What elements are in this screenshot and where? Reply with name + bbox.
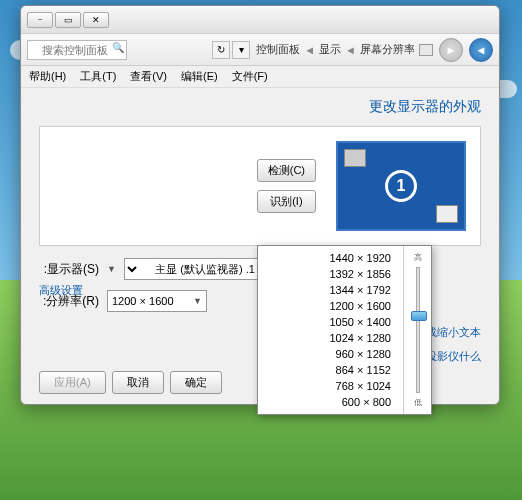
resolution-slider[interactable]: 高 低 xyxy=(403,246,431,414)
resolution-option[interactable]: 1152 × 864 xyxy=(258,362,403,378)
menu-view[interactable]: 查看(V) xyxy=(130,69,167,84)
chevron-icon: ◄ xyxy=(304,44,315,56)
detect-button[interactable]: 检测(C) xyxy=(257,159,316,182)
toolbar: ◄ ► 屏幕分辨率 ◄ 显示 ◄ 控制面板 ▾ ↻ xyxy=(21,34,499,66)
resolution-value: 1600 × 1200 xyxy=(112,295,174,307)
window-thumb-icon xyxy=(344,149,366,167)
slider-bottom-label: 低 xyxy=(414,397,422,408)
resolution-option[interactable]: 1600 × 1200 xyxy=(258,298,403,314)
chevron-down-icon: ▼ xyxy=(107,264,116,274)
refresh-icon[interactable]: ↻ xyxy=(212,41,230,59)
display-select[interactable]: 1. 主显 (默认监视器) xyxy=(124,258,264,280)
breadcrumb-item[interactable]: 显示 xyxy=(319,42,341,57)
resolution-option[interactable]: 1856 × 1392 xyxy=(258,266,403,282)
titlebar[interactable]: ﹣ ▭ ✕ xyxy=(21,6,499,34)
preview-area: 1 检测(C) 识别(I) xyxy=(39,126,481,246)
menu-tools[interactable]: 工具(T) xyxy=(80,69,116,84)
cancel-button[interactable]: 取消 xyxy=(112,371,164,394)
dialog-buttons: 应用(A) 取消 确定 xyxy=(39,371,222,394)
resolution-option[interactable]: 1920 × 1440 xyxy=(258,250,403,266)
menu-help[interactable]: 帮助(H) xyxy=(29,69,66,84)
slider-track[interactable] xyxy=(416,267,420,393)
maximize-button[interactable]: ▭ xyxy=(55,12,81,28)
dropdown-arrow-icon[interactable]: ▾ xyxy=(232,41,250,59)
menubar: 文件(F) 编辑(E) 查看(V) 工具(T) 帮助(H) xyxy=(21,66,499,88)
resolution-option[interactable]: 1792 × 1344 xyxy=(258,282,403,298)
window-thumb-icon xyxy=(436,205,458,223)
monitor-number-icon: 1 xyxy=(385,170,417,202)
slider-top-label: 高 xyxy=(414,252,422,263)
resolution-option[interactable]: 1280 × 960 xyxy=(258,346,403,362)
display-label: 显示器(S): xyxy=(39,261,99,278)
minimize-button[interactable]: ﹣ xyxy=(27,12,53,28)
breadcrumb-item[interactable]: 控制面板 xyxy=(256,42,300,57)
chevron-down-icon: ▼ xyxy=(193,296,202,306)
apply-button[interactable]: 应用(A) xyxy=(39,371,106,394)
resolution-combo[interactable]: ▼ 1600 × 1200 xyxy=(107,290,207,312)
ok-button[interactable]: 确定 xyxy=(170,371,222,394)
search-wrap xyxy=(27,40,127,60)
resolution-option[interactable]: 1280 × 1024 xyxy=(258,330,403,346)
resolution-option[interactable]: 800 × 600 xyxy=(258,394,403,410)
monitor-preview[interactable]: 1 xyxy=(336,141,466,231)
advanced-settings-link[interactable]: 高级设置 xyxy=(39,284,83,296)
slider-thumb[interactable] xyxy=(411,311,427,321)
monitor-icon xyxy=(419,44,433,56)
identify-button[interactable]: 识别(I) xyxy=(257,190,316,213)
resolution-option[interactable]: 1400 × 1050 xyxy=(258,314,403,330)
breadcrumb[interactable]: 屏幕分辨率 ◄ 显示 ◄ 控制面板 xyxy=(256,42,433,57)
resolution-list: 1920 × 14401856 × 13921792 × 13441600 × … xyxy=(258,246,403,414)
search-input[interactable] xyxy=(27,40,127,60)
forward-button[interactable]: ► xyxy=(439,38,463,62)
close-button[interactable]: ✕ xyxy=(83,12,109,28)
resolution-dropdown: 1920 × 14401856 × 13921792 × 13441600 × … xyxy=(257,245,432,415)
page-title: 更改显示器的外观 xyxy=(39,98,481,116)
chevron-icon: ◄ xyxy=(345,44,356,56)
back-button[interactable]: ◄ xyxy=(469,38,493,62)
resolution-option[interactable]: 1024 × 768 xyxy=(258,378,403,394)
breadcrumb-item[interactable]: 屏幕分辨率 xyxy=(360,42,415,57)
menu-file[interactable]: 文件(F) xyxy=(232,69,268,84)
menu-edit[interactable]: 编辑(E) xyxy=(181,69,218,84)
